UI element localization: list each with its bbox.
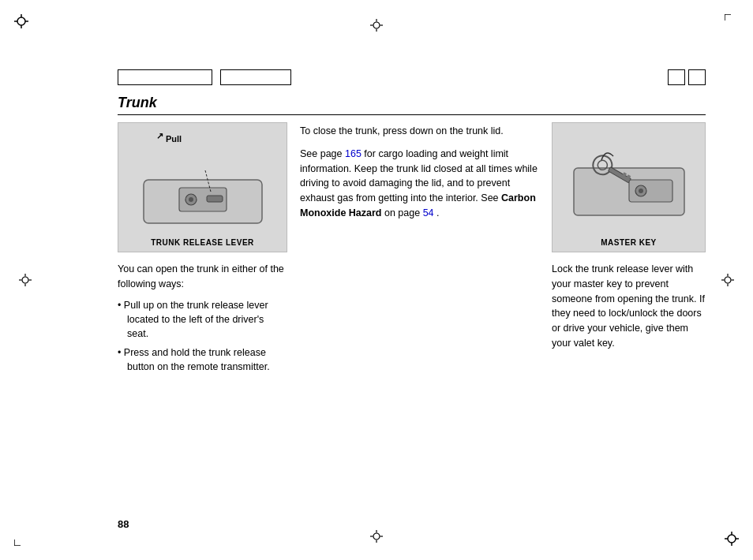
on-page-text: on page xyxy=(382,207,423,218)
trunk-release-caption: TRUNK RELEASE LEVER xyxy=(118,238,287,247)
below-image-text-block: You can open the trunk in either of the … xyxy=(118,262,287,379)
master-key-svg xyxy=(562,140,696,235)
svg-rect-33 xyxy=(207,196,223,202)
pull-label: Pull xyxy=(166,134,182,144)
small-sq-1 xyxy=(668,69,685,85)
svg-point-0 xyxy=(17,17,25,25)
master-key-image-box: MASTER KEY xyxy=(552,122,706,252)
top-bar xyxy=(118,69,291,85)
bullet-item-2: Press and hold the trunk release button … xyxy=(118,345,287,374)
page-title: Trunk xyxy=(118,95,706,111)
right-column: MASTER KEY Lock the trunk release lever … xyxy=(552,122,706,497)
top-center-crosshair xyxy=(370,19,383,32)
title-rule xyxy=(118,114,706,115)
trunk-image-box: Pull ↗ TRUNK RELEASE LEVER xyxy=(118,122,287,252)
right-mid-crosshair xyxy=(721,274,734,286)
para2-end: . xyxy=(434,207,440,218)
cargo-info-para: See page 165 for cargo loading and weigh… xyxy=(300,147,539,221)
small-sq-2 xyxy=(688,69,706,85)
pull-arrow-indicator: ↗ xyxy=(156,131,163,141)
corner-mark-br xyxy=(725,532,739,546)
page-165-link[interactable]: 165 xyxy=(345,148,362,159)
corner-mark-tl xyxy=(14,14,28,28)
trunk-release-svg xyxy=(136,148,270,235)
middle-column: To close the trunk, press down on the tr… xyxy=(300,122,539,497)
see-page-prefix: See page xyxy=(300,148,345,159)
page-number: 88 xyxy=(118,518,129,530)
tab-rect-2 xyxy=(220,69,291,85)
open-trunk-intro: You can open the trunk in either of the … xyxy=(118,262,287,292)
svg-point-9 xyxy=(728,535,736,543)
master-key-caption: MASTER KEY xyxy=(553,238,705,247)
corner-mark-tr xyxy=(725,14,739,28)
svg-point-44 xyxy=(373,533,380,539)
right-col-text: Lock the trunk release lever with your m… xyxy=(552,262,706,351)
main-content: Pull ↗ TRUNK RELEASE LEVER You can open … xyxy=(118,122,706,497)
left-mid-crosshair xyxy=(19,274,32,286)
svg-point-14 xyxy=(373,22,380,28)
left-column: Pull ↗ TRUNK RELEASE LEVER You can open … xyxy=(118,122,287,497)
svg-point-24 xyxy=(725,277,731,283)
bottom-center-crosshair xyxy=(370,530,383,543)
close-trunk-para: To close the trunk, press down on the tr… xyxy=(300,124,539,139)
svg-point-43 xyxy=(639,189,643,193)
svg-point-32 xyxy=(189,197,193,202)
svg-point-19 xyxy=(22,277,28,283)
master-key-desc: Lock the trunk release lever with your m… xyxy=(552,262,706,351)
tab-rect-1 xyxy=(118,69,212,85)
close-trunk-text: To close the trunk, press down on the tr… xyxy=(300,125,504,136)
bullet-item-1: Pull up on the trunk release lever locat… xyxy=(118,298,287,341)
page-title-area: Trunk xyxy=(118,95,706,115)
bullet-list: Pull up on the trunk release lever locat… xyxy=(118,298,287,375)
top-right-squares xyxy=(668,69,706,85)
page-54-link[interactable]: 54 xyxy=(423,207,434,218)
corner-mark-bl xyxy=(14,532,28,546)
